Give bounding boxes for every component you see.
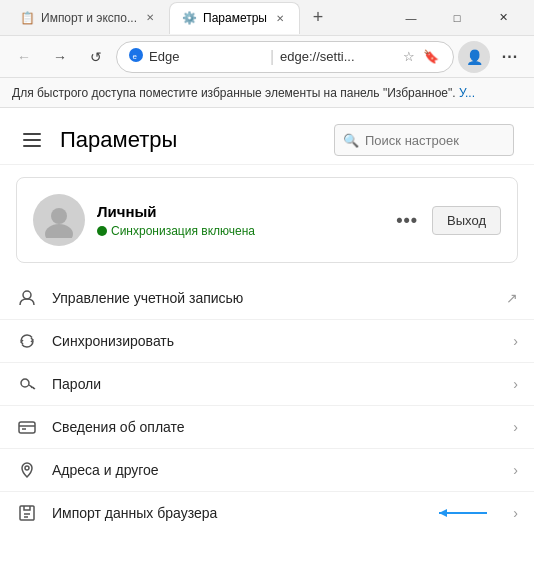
address-bar[interactable]: e Edge | edge://setti... ☆ 🔖 bbox=[116, 41, 454, 73]
sync-label: Синхронизация включена bbox=[111, 224, 255, 238]
import-icon bbox=[16, 504, 38, 522]
maximize-button[interactable]: □ bbox=[434, 2, 480, 34]
manage-account-label: Управление учетной записью bbox=[52, 290, 492, 306]
tab-settings-icon: ⚙️ bbox=[182, 11, 197, 25]
hamburger-icon bbox=[23, 133, 41, 147]
divider-1 bbox=[0, 319, 534, 320]
external-arrow-icon: ↗ bbox=[506, 290, 518, 306]
favorites-bar-link[interactable]: У... bbox=[459, 86, 475, 100]
svg-point-4 bbox=[23, 291, 31, 299]
tab-settings[interactable]: ⚙️ Параметры ✕ bbox=[169, 2, 300, 34]
profile-button[interactable]: 👤 bbox=[458, 41, 490, 73]
blue-arrow-annotation bbox=[431, 506, 491, 520]
window-controls: — □ ✕ bbox=[388, 2, 526, 34]
favorites-bar-message: Для быстрого доступа поместите избранные… bbox=[12, 86, 456, 100]
divider-2 bbox=[0, 362, 534, 363]
svg-rect-6 bbox=[19, 422, 35, 433]
payment-label: Сведения об оплате bbox=[52, 419, 499, 435]
profile-actions: ••• Выход bbox=[390, 206, 501, 235]
menu-item-addresses[interactable]: Адреса и другое › bbox=[0, 451, 534, 489]
menu-item-manage-account[interactable]: Управление учетной записью ↗ bbox=[0, 279, 534, 317]
hamburger-button[interactable] bbox=[16, 124, 48, 156]
page-title: Параметры bbox=[60, 127, 322, 153]
hamburger-line-1 bbox=[23, 133, 41, 135]
svg-point-9 bbox=[25, 466, 29, 470]
key-icon bbox=[16, 375, 38, 393]
svg-marker-14 bbox=[439, 509, 447, 517]
refresh-button[interactable]: ↺ bbox=[80, 41, 112, 73]
profile-sync-status: Синхронизация включена bbox=[97, 224, 378, 238]
tab-settings-label: Параметры bbox=[203, 11, 267, 25]
title-bar: 📋 Импорт и экспо... ✕ ⚙️ Параметры ✕ + —… bbox=[0, 0, 534, 36]
address-edge-label: Edge bbox=[149, 49, 264, 64]
menu-list: Управление учетной записью ↗ Синхронизир… bbox=[0, 275, 534, 536]
favorites-icon[interactable]: 🔖 bbox=[421, 47, 441, 66]
sync-icon bbox=[16, 332, 38, 350]
profile-info: Личный Синхронизация включена bbox=[97, 203, 378, 238]
tab-import-close[interactable]: ✕ bbox=[143, 11, 157, 25]
page-content: Параметры 🔍 Личный Синхронизация включен… bbox=[0, 108, 534, 579]
svg-rect-10 bbox=[20, 506, 34, 520]
address-icons: ☆ 🔖 bbox=[401, 47, 441, 66]
import-label: Импорт данных браузера bbox=[52, 505, 417, 521]
more-button[interactable]: ··· bbox=[494, 41, 526, 73]
tabs-container: 📋 Импорт и экспо... ✕ ⚙️ Параметры ✕ + bbox=[8, 0, 388, 35]
svg-point-3 bbox=[45, 224, 73, 238]
profile-more-button[interactable]: ••• bbox=[390, 208, 424, 233]
favorites-bar: Для быстрого доступа поместите избранные… bbox=[0, 78, 534, 108]
hamburger-line-2 bbox=[23, 139, 41, 141]
address-favicon: e bbox=[129, 48, 143, 65]
svg-text:e: e bbox=[133, 52, 138, 61]
addresses-label: Адреса и другое bbox=[52, 462, 499, 478]
divider-4 bbox=[0, 448, 534, 449]
divider-3 bbox=[0, 405, 534, 406]
menu-item-sync[interactable]: Синхронизировать › bbox=[0, 322, 534, 360]
passwords-arrow-icon: › bbox=[513, 376, 518, 392]
logout-button[interactable]: Выход bbox=[432, 206, 501, 235]
address-url: edge://setti... bbox=[280, 49, 395, 64]
hamburger-line-3 bbox=[23, 145, 41, 147]
tab-import-label: Импорт и экспо... bbox=[41, 11, 137, 25]
pin-icon bbox=[16, 461, 38, 479]
passwords-label: Пароли bbox=[52, 376, 499, 392]
sync-dot-icon bbox=[97, 226, 107, 236]
card-icon bbox=[16, 418, 38, 436]
minimize-button[interactable]: — bbox=[388, 2, 434, 34]
tab-settings-close[interactable]: ✕ bbox=[273, 11, 287, 25]
search-box[interactable]: 🔍 bbox=[334, 124, 514, 156]
tab-import[interactable]: 📋 Импорт и экспо... ✕ bbox=[8, 2, 169, 34]
import-arrow-icon: › bbox=[513, 505, 518, 521]
divider-5 bbox=[0, 491, 534, 492]
sync-arrow-icon: › bbox=[513, 333, 518, 349]
search-input[interactable] bbox=[365, 133, 505, 148]
settings-header: Параметры 🔍 bbox=[0, 108, 534, 165]
close-button[interactable]: ✕ bbox=[480, 2, 526, 34]
address-separator: | bbox=[270, 48, 274, 66]
back-button[interactable]: ← bbox=[8, 41, 40, 73]
avatar bbox=[33, 194, 85, 246]
nav-bar: ← → ↺ e Edge | edge://setti... ☆ 🔖 👤 ··· bbox=[0, 36, 534, 78]
person-icon bbox=[16, 289, 38, 307]
new-tab-button[interactable]: + bbox=[304, 4, 332, 32]
addresses-arrow-icon: › bbox=[513, 462, 518, 478]
sync-label: Синхронизировать bbox=[52, 333, 499, 349]
menu-item-passwords[interactable]: Пароли › bbox=[0, 365, 534, 403]
payment-arrow-icon: › bbox=[513, 419, 518, 435]
search-icon: 🔍 bbox=[343, 133, 359, 148]
svg-point-5 bbox=[21, 379, 29, 387]
profile-card: Личный Синхронизация включена ••• Выход bbox=[16, 177, 518, 263]
profile-name: Личный bbox=[97, 203, 378, 220]
star-icon[interactable]: ☆ bbox=[401, 47, 417, 66]
menu-item-payment[interactable]: Сведения об оплате › bbox=[0, 408, 534, 446]
tab-import-icon: 📋 bbox=[20, 11, 35, 25]
svg-point-2 bbox=[51, 208, 67, 224]
forward-button[interactable]: → bbox=[44, 41, 76, 73]
menu-item-import[interactable]: Импорт данных браузера › bbox=[0, 494, 534, 532]
